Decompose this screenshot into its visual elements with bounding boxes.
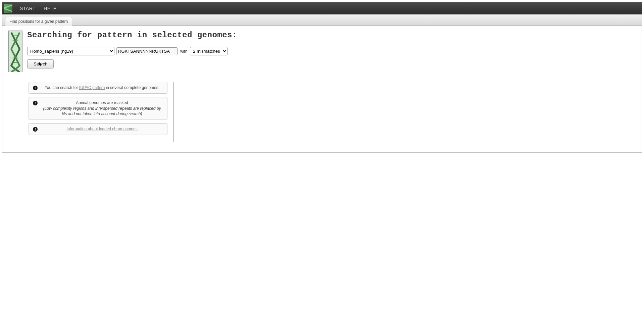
masked-line2: (Low complexity regions and interspersed… [41, 106, 163, 117]
nav-help[interactable]: HELP [40, 4, 61, 13]
nav-start[interactable]: START [16, 4, 40, 13]
info-divider [174, 82, 174, 142]
info-icon: i [33, 101, 38, 105]
with-label: with [180, 49, 188, 54]
search-form-row: Homo_sapiens (hg19) with 2 mismatches [27, 47, 636, 55]
info-column: i You can search for IUPAC pattern in se… [29, 82, 167, 142]
pattern-input[interactable] [116, 47, 178, 55]
page-title: Searching for pattern in selected genome… [27, 31, 636, 40]
top-nav-bar: START HELP [2, 2, 642, 14]
info-text-chromosomes: Information about loaded chromosomes [41, 126, 163, 132]
main-content: Searching for pattern in selected genome… [2, 26, 642, 152]
info-box-chromosomes: i Information about loaded chromosomes [29, 123, 167, 135]
dna-logo-icon [8, 31, 22, 72]
info-icon: i [33, 127, 38, 132]
mismatch-select[interactable]: 2 mismatches [190, 47, 228, 55]
info-prefix: You can search for [45, 85, 79, 90]
info-box-masked: i Animal genomes are masked (Low complex… [29, 97, 167, 120]
app-logo-icon [4, 4, 12, 13]
content-column: Searching for pattern in selected genome… [27, 31, 636, 142]
chromosome-info-link[interactable]: Information about loaded chromosomes [66, 127, 137, 131]
iupac-pattern-link[interactable]: IUPAC pattern [79, 85, 105, 90]
search-button[interactable]: Search [27, 59, 54, 68]
tab-bar: Find positions for a given pattern [2, 14, 642, 26]
app-window: START HELP Find positions for a given pa… [2, 2, 642, 153]
info-suffix: in several complete genomes. [105, 85, 159, 90]
masked-line1: Animal genomes are masked [76, 100, 128, 105]
info-text-masked: Animal genomes are masked (Low complexit… [41, 100, 163, 117]
info-section: i You can search for IUPAC pattern in se… [29, 82, 636, 142]
info-text-iupac: You can search for IUPAC pattern in seve… [41, 85, 163, 91]
info-box-iupac: i You can search for IUPAC pattern in se… [29, 82, 167, 94]
genome-select[interactable]: Homo_sapiens (hg19) [27, 47, 114, 55]
info-icon: i [33, 86, 38, 90]
tab-find-positions[interactable]: Find positions for a given pattern [5, 17, 72, 26]
